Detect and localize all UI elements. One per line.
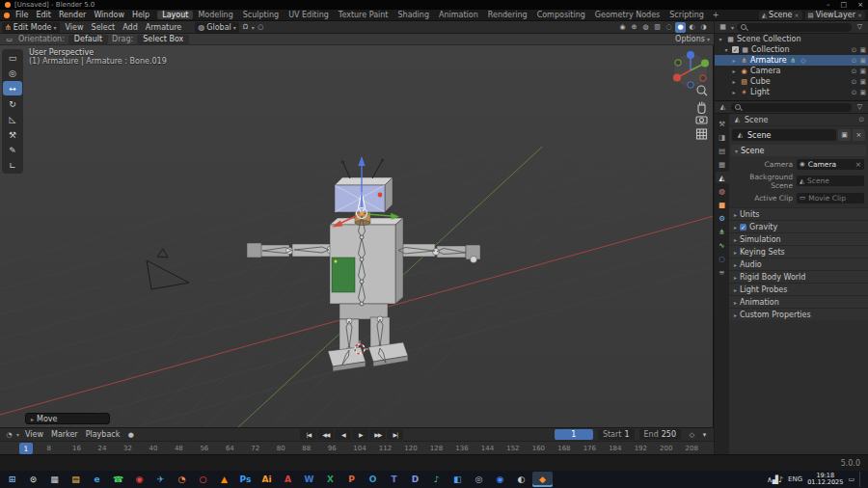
expand-arrow-icon[interactable]: ▸ (730, 68, 738, 74)
properties-search[interactable] (731, 103, 852, 112)
unlink-scene-button[interactable]: × (853, 129, 865, 141)
transport-jump-to-start[interactable]: |◀ (300, 429, 316, 440)
snap-dropdown-icon[interactable]: ▾ (252, 24, 255, 31)
properties-tab-output[interactable]: ▤ (716, 145, 729, 156)
auto-keying-icon[interactable]: ● (125, 429, 136, 440)
proportional-editing-icon[interactable]: ○ (256, 22, 266, 33)
properties-tab-constraints[interactable]: ≡ (716, 266, 729, 278)
taskbar-app-firefox[interactable]: ◔ (172, 472, 192, 487)
tool-transform[interactable]: ⚒ (3, 127, 22, 142)
3d-viewport-canvas[interactable] (0, 45, 714, 427)
tool-measure[interactable]: ∟ (3, 158, 22, 173)
render-visibility-icon[interactable]: ▣ (859, 46, 866, 54)
viewport-menu-armature[interactable]: Armature (142, 23, 186, 32)
properties-section-gravity[interactable]: ▸ ✓ Gravity (729, 220, 868, 232)
timeline-icon-timeline-options[interactable]: ▾ (699, 429, 710, 440)
workspace-tab-texture-paint[interactable]: Texture Paint (334, 11, 393, 19)
active-tool-icon[interactable]: ▭ (4, 34, 14, 44)
taskbar-app-blender[interactable]: ◆ (532, 472, 553, 487)
workspace-tab-modeling[interactable]: Modeling (193, 11, 237, 19)
gravity-checkbox[interactable]: ✓ (740, 224, 746, 230)
viewport-menu-select[interactable]: Select (88, 23, 120, 32)
options-dropdown[interactable]: Options (675, 35, 705, 43)
notification-center-icon[interactable]: ▭ (848, 475, 854, 483)
start-frame-field[interactable]: Start 1 (598, 429, 635, 440)
topbar-menu-window[interactable]: Window (90, 11, 128, 19)
filter-icon[interactable]: ▽ (854, 102, 865, 113)
taskbar-app-task-view[interactable]: ▦ (44, 472, 65, 487)
taskbar-app-edge[interactable]: e (87, 472, 107, 487)
expand-arrow-icon[interactable]: ▸ (730, 57, 738, 64)
properties-tab-view-layer[interactable]: ▦ (716, 158, 729, 170)
taskbar-app-discord[interactable]: D (405, 472, 425, 487)
add-workspace-button[interactable]: + (709, 11, 723, 19)
taskbar-app-telegram[interactable]: ✈ (150, 472, 171, 487)
workspace-tab-shading[interactable]: Shading (393, 11, 434, 19)
workspace-tab-layout[interactable]: Layout (157, 11, 193, 19)
properties-tab-tool[interactable]: ⚒ (716, 118, 729, 129)
properties-editor-icon[interactable]: ◭ (718, 102, 728, 113)
camera-view-icon[interactable] (696, 117, 707, 123)
render-visibility-icon[interactable]: ▣ (859, 78, 866, 86)
properties-tab-bone[interactable]: ∿ (716, 239, 729, 251)
transform-orientation-dropdown[interactable]: ◍ Global ▾ (195, 22, 239, 33)
blender-logo-icon[interactable] (4, 13, 10, 18)
properties-section-units[interactable]: ▸ ✓ Units (729, 207, 868, 220)
properties-section-audio[interactable]: ▸ ✓ Audio (729, 258, 868, 270)
taskbar-app-photoshop[interactable]: Ps (235, 472, 256, 487)
outliner-search[interactable] (737, 23, 852, 32)
transport-previous-keyframe[interactable]: ◀◀ (317, 429, 334, 440)
taskbar-app-opera[interactable]: ○ (193, 472, 213, 487)
maximize-button[interactable]: □ (841, 1, 848, 9)
taskbar-app-start[interactable]: ⊞ (2, 472, 22, 487)
taskbar-app-paint[interactable]: ◐ (511, 472, 531, 487)
workspace-tab-scripting[interactable]: Scripting (665, 11, 709, 19)
tool-rotate[interactable]: ↻ (3, 96, 22, 111)
tool-scale[interactable]: ◺ (3, 112, 22, 126)
pin-icon[interactable]: ⊙ (858, 116, 864, 123)
tool-annotate[interactable]: ✎ (3, 143, 22, 157)
tray-icon-volume[interactable]: ♪ (778, 475, 783, 484)
hide-eye-icon[interactable]: ⊙ (852, 78, 857, 86)
viewport-toggle-object-type-visibility[interactable]: ◉ (617, 22, 628, 33)
transport-play[interactable]: ▶ (352, 429, 368, 440)
taskbar-app-chrome[interactable]: ◉ (129, 472, 149, 487)
properties-tab-physics[interactable]: ◌ (716, 253, 729, 264)
properties-tab-modifiers[interactable]: ⚙ (716, 212, 729, 224)
taskbar-app-acrobat[interactable]: A (278, 472, 298, 487)
properties-tab-object[interactable]: ■ (716, 199, 729, 210)
properties-section-simulation[interactable]: ▸ ✓ Simulation (729, 232, 868, 245)
taskbar-app-spotify[interactable]: ♪ (426, 472, 447, 487)
properties-tab-data[interactable]: ⋔ (716, 226, 729, 237)
properties-section-light-probes[interactable]: ▸ ✓ Light Probes (729, 283, 868, 295)
operator-panel[interactable]: ▸ Move (25, 413, 110, 424)
properties-tab-render[interactable]: ◨ (716, 131, 729, 143)
timeline-icon-keying-set[interactable]: ◇ (687, 429, 697, 440)
mode-dropdown[interactable]: ⋔ Edit Mode ▾ (2, 22, 60, 33)
timeline-menu-marker[interactable]: Marker (47, 430, 82, 439)
taskbar-app-search[interactable]: ⊙ (23, 472, 43, 487)
viewport-menu-add[interactable]: Add (119, 23, 142, 32)
render-visibility-icon[interactable]: ▣ (859, 68, 866, 75)
properties-tab-world[interactable]: ◍ (716, 185, 729, 197)
taskbar-app-whatsapp[interactable]: ☎ (108, 472, 128, 487)
show-desktop-button[interactable] (859, 472, 863, 487)
topbar-menu-render[interactable]: Render (55, 11, 90, 19)
playhead[interactable]: 1 (19, 443, 33, 454)
taskbar-app-vlc[interactable]: ▲ (214, 472, 234, 487)
viewport-toggle-shading-solid[interactable]: ● (675, 22, 686, 33)
taskbar-app-zoom[interactable]: ◉ (490, 472, 510, 487)
workspace-tab-uv-editing[interactable]: UV Editing (284, 11, 334, 19)
filter-icon[interactable]: ▽ (854, 22, 865, 33)
tool-cursor[interactable]: ◎ (3, 66, 22, 80)
close-button[interactable]: × (857, 1, 863, 9)
tool-move[interactable]: ↔ (3, 81, 22, 95)
outliner-row-cube[interactable]: ▸ ▧ Cube ⊙ ▣ (715, 76, 868, 87)
workspace-tab-animation[interactable]: Animation (434, 11, 483, 19)
scene-selector[interactable]: ◭ Scene × (759, 11, 801, 20)
taskbar-app-file-explorer[interactable]: ▤ (66, 472, 86, 487)
expand-arrow-icon[interactable]: ▸ (730, 78, 738, 85)
taskbar-app-steam[interactable]: ◎ (469, 472, 489, 487)
camera-field[interactable]: ◉ Camera × (797, 159, 864, 170)
minimize-button[interactable]: – (827, 1, 830, 9)
